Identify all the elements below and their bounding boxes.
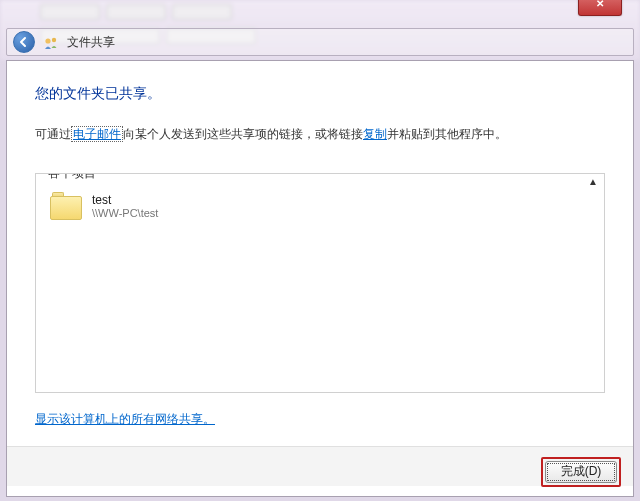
done-button-highlight: 完成(D) xyxy=(541,457,621,487)
svg-point-0 xyxy=(45,38,50,43)
folder-icon xyxy=(50,192,82,220)
instruction-post: 并粘贴到其他程序中。 xyxy=(387,127,507,141)
instruction-mid: 向某个人发送到这些共享项的链接，或将链接 xyxy=(123,127,363,141)
main-heading: 您的文件夹已共享。 xyxy=(35,85,605,103)
dialog-title: 文件共享 xyxy=(67,34,115,51)
done-button[interactable]: 完成(D) xyxy=(545,461,617,483)
group-collapse-toggle[interactable]: ▲ xyxy=(588,176,598,187)
instruction-text: 可通过电子邮件向某个人发送到这些共享项的链接，或将链接复制并粘贴到其他程序中。 xyxy=(35,125,605,143)
share-wizard-icon xyxy=(43,34,59,50)
window-close-button[interactable] xyxy=(578,0,622,16)
item-name: test xyxy=(92,193,158,207)
item-text: test \\WW-PC\test xyxy=(92,193,158,219)
dialog-header: 文件共享 xyxy=(6,28,634,56)
email-link[interactable]: 电子邮件 xyxy=(71,126,123,142)
copy-link[interactable]: 复制 xyxy=(363,127,387,141)
list-item[interactable]: test \\WW-PC\test xyxy=(48,186,592,226)
show-all-shares-link[interactable]: 显示该计算机上的所有网络共享。 xyxy=(35,412,215,426)
instruction-pre: 可通过 xyxy=(35,127,71,141)
dialog-body: 您的文件夹已共享。 可通过电子邮件向某个人发送到这些共享项的链接，或将链接复制并… xyxy=(6,60,634,497)
arrow-left-icon xyxy=(18,36,30,48)
back-button[interactable] xyxy=(13,31,35,53)
group-label: 各个项目 xyxy=(44,173,100,182)
bottom-link-row: 显示该计算机上的所有网络共享。 xyxy=(35,411,605,428)
item-path: \\WW-PC\test xyxy=(92,207,158,219)
dialog-footer: 完成(D) xyxy=(7,446,633,486)
items-group: 各个项目 ▲ test \\WW-PC\test xyxy=(35,173,605,393)
svg-point-1 xyxy=(52,38,56,42)
